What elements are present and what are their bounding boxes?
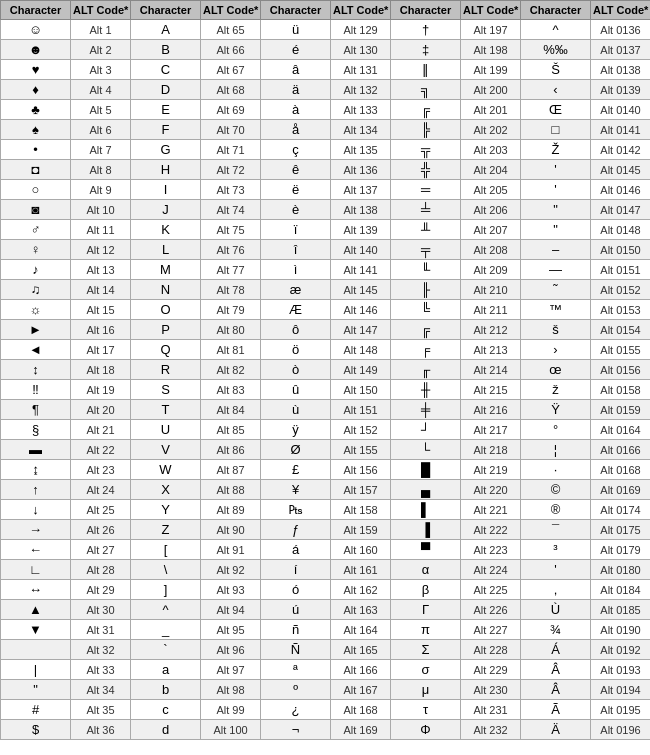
character-cell: ₧ bbox=[261, 500, 331, 520]
alt-code-cell: Alt 136 bbox=[331, 160, 391, 180]
table-row: ▼Alt 31_Alt 95ñAlt 164πAlt 227¾Alt 0190 bbox=[1, 620, 651, 640]
character-cell: Ä bbox=[521, 720, 591, 740]
character-cell: ◘ bbox=[1, 160, 71, 180]
character-cell: ü bbox=[261, 20, 331, 40]
header-char-5: Character bbox=[521, 1, 591, 20]
character-cell: ' bbox=[521, 160, 591, 180]
character-cell: ` bbox=[131, 640, 201, 660]
table-row: §Alt 21UAlt 85ÿAlt 152┘Alt 217°Alt 0164 bbox=[1, 420, 651, 440]
character-cell: μ bbox=[391, 680, 461, 700]
alt-code-cell: Alt 91 bbox=[201, 540, 261, 560]
character-cell: ┘ bbox=[391, 420, 461, 440]
alt-code-cell: Alt 0184 bbox=[591, 580, 651, 600]
alt-code-cell: Alt 205 bbox=[461, 180, 521, 200]
character-cell: ╦ bbox=[391, 140, 461, 160]
alt-code-cell: Alt 22 bbox=[71, 440, 131, 460]
table-row: ○Alt 9IAlt 73ëAlt 137═Alt 205'Alt 0146 bbox=[1, 180, 651, 200]
alt-code-cell: Alt 160 bbox=[331, 540, 391, 560]
alt-code-cell: Alt 215 bbox=[461, 380, 521, 400]
alt-code-cell: Alt 216 bbox=[461, 400, 521, 420]
alt-code-cell: Alt 231 bbox=[461, 700, 521, 720]
character-cell: ═ bbox=[391, 180, 461, 200]
character-cell: î bbox=[261, 240, 331, 260]
character-cell: ¾ bbox=[521, 620, 591, 640]
character-cell: " bbox=[1, 680, 71, 700]
alt-code-cell: Alt 206 bbox=[461, 200, 521, 220]
character-cell: W bbox=[131, 460, 201, 480]
character-cell: Â bbox=[521, 660, 591, 680]
alt-code-cell: Alt 6 bbox=[71, 120, 131, 140]
character-cell: C bbox=[131, 60, 201, 80]
alt-code-cell: Alt 131 bbox=[331, 60, 391, 80]
table-row: ☺Alt 1AAlt 65üAlt 129†Alt 197^Alt 0136 bbox=[1, 20, 651, 40]
table-row: ∟Alt 28\Alt 92íAlt 161αAlt 224'Alt 0180 bbox=[1, 560, 651, 580]
alt-code-cell: Alt 0154 bbox=[591, 320, 651, 340]
alt-code-cell: Alt 15 bbox=[71, 300, 131, 320]
header-char-4: Character bbox=[391, 1, 461, 20]
character-cell: H bbox=[131, 160, 201, 180]
character-cell: ƒ bbox=[261, 520, 331, 540]
character-cell: P bbox=[131, 320, 201, 340]
character-cell: ╓ bbox=[391, 360, 461, 380]
character-cell: Š bbox=[521, 60, 591, 80]
alt-code-cell: Alt 0153 bbox=[591, 300, 651, 320]
character-cell: b bbox=[131, 680, 201, 700]
character-cell: ¯ bbox=[521, 520, 591, 540]
character-cell: ˜ bbox=[521, 280, 591, 300]
alt-code-cell: Alt 201 bbox=[461, 100, 521, 120]
alt-code-cell: Alt 26 bbox=[71, 520, 131, 540]
character-cell: , bbox=[521, 580, 591, 600]
table-row: ♥Alt 3CAlt 67âAlt 131‖Alt 199ŠAlt 0138 bbox=[1, 60, 651, 80]
alt-code-cell: Alt 81 bbox=[201, 340, 261, 360]
table-row: ▬Alt 22VAlt 86ØAlt 155└Alt 218¦Alt 0166 bbox=[1, 440, 651, 460]
character-cell: ‹ bbox=[521, 80, 591, 100]
character-cell: ä bbox=[261, 80, 331, 100]
character-cell: ° bbox=[521, 420, 591, 440]
character-cell: " bbox=[521, 220, 591, 240]
alt-code-cell: Alt 93 bbox=[201, 580, 261, 600]
alt-code-cell: Alt 78 bbox=[201, 280, 261, 300]
header-alt-1: ALT Code* bbox=[71, 1, 131, 20]
character-cell: ╟ bbox=[391, 280, 461, 300]
alt-code-cell: Alt 137 bbox=[331, 180, 391, 200]
character-cell: " bbox=[521, 200, 591, 220]
alt-code-cell: Alt 200 bbox=[461, 80, 521, 100]
character-cell: Æ bbox=[261, 300, 331, 320]
character-cell: ³ bbox=[521, 540, 591, 560]
alt-code-cell: Alt 65 bbox=[201, 20, 261, 40]
alt-code-cell: Alt 23 bbox=[71, 460, 131, 480]
character-cell: ▬ bbox=[1, 440, 71, 460]
character-cell: ▄ bbox=[391, 480, 461, 500]
alt-code-cell: Alt 147 bbox=[331, 320, 391, 340]
alt-code-cell: Alt 80 bbox=[201, 320, 261, 340]
alt-code-cell: Alt 5 bbox=[71, 100, 131, 120]
character-cell: í bbox=[261, 560, 331, 580]
alt-code-cell: Alt 96 bbox=[201, 640, 261, 660]
character-cell: ' bbox=[521, 180, 591, 200]
character-cell: ☻ bbox=[1, 40, 71, 60]
alt-code-cell: Alt 139 bbox=[331, 220, 391, 240]
character-cell: X bbox=[131, 480, 201, 500]
alt-code-cell: Alt 0166 bbox=[591, 440, 651, 460]
alt-code-cell: Alt 100 bbox=[201, 720, 261, 740]
character-cell: _ bbox=[131, 620, 201, 640]
character-cell: S bbox=[131, 380, 201, 400]
character-cell: σ bbox=[391, 660, 461, 680]
character-cell: \ bbox=[131, 560, 201, 580]
alt-code-cell: Alt 164 bbox=[331, 620, 391, 640]
alt-code-cell: Alt 70 bbox=[201, 120, 261, 140]
alt-code-cell: Alt 67 bbox=[201, 60, 261, 80]
character-cell: d bbox=[131, 720, 201, 740]
character-cell: α bbox=[391, 560, 461, 580]
character-cell: A bbox=[131, 20, 201, 40]
character-cell: ← bbox=[1, 540, 71, 560]
alt-code-cell: Alt 83 bbox=[201, 380, 261, 400]
alt-code-cell: Alt 86 bbox=[201, 440, 261, 460]
header-alt-5: ALT Code* bbox=[591, 1, 651, 20]
alt-code-cell: Alt 152 bbox=[331, 420, 391, 440]
character-cell: š bbox=[521, 320, 591, 340]
character-cell: ╪ bbox=[391, 400, 461, 420]
alt-code-cell: Alt 155 bbox=[331, 440, 391, 460]
alt-code-cell: Alt 10 bbox=[71, 200, 131, 220]
character-cell: Z bbox=[131, 520, 201, 540]
